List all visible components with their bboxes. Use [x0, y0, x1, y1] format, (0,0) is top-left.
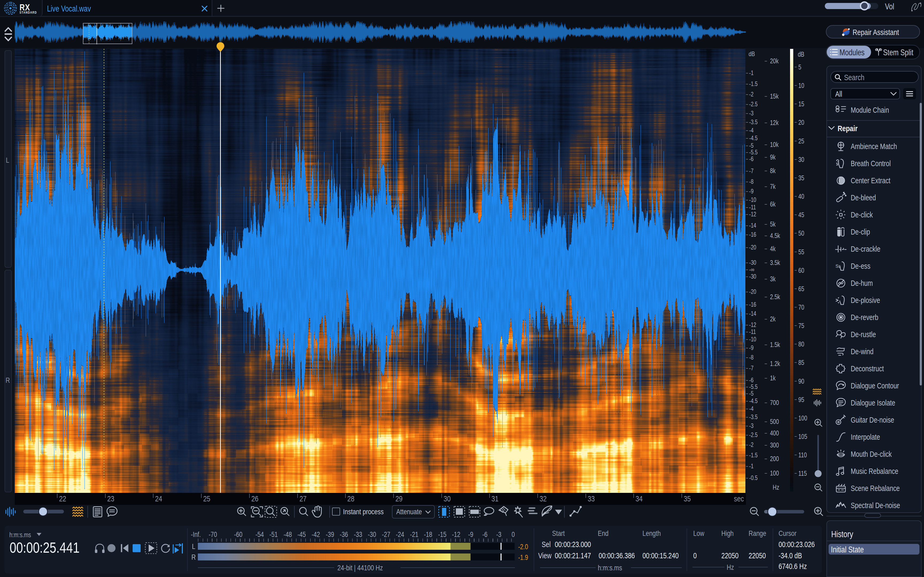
svg-text:Ss: Ss	[835, 264, 841, 269]
